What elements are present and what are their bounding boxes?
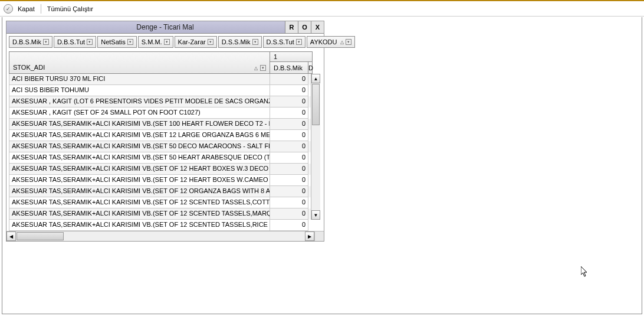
funnel-icon[interactable]: ▾ <box>346 39 351 45</box>
table-row[interactable]: AKSESUAR , KAGIT (LOT 6 PRESENTOIRS VIDE… <box>9 96 311 107</box>
header-group-1[interactable]: 1 <box>270 51 313 62</box>
funnel-icon[interactable]: ▾ <box>127 39 133 45</box>
table-row[interactable]: AKSESUAR TAS,SERAMIK+ALCI KARISIMI VB.(S… <box>9 209 311 220</box>
table-row[interactable]: AKSESUAR TAS,SERAMIK+ALCI KARISIMI VB.(S… <box>9 220 311 231</box>
cell-dbsmik: 0 <box>270 96 308 107</box>
run-all-button[interactable]: Tümünü Çalıştır <box>45 5 96 12</box>
main-area: Denge - Ticari Mal R O X D.B.S.Mik▾ D.B.… <box>2 17 642 314</box>
col-smm[interactable]: S.M.M.▾ <box>138 36 173 48</box>
close-icon[interactable]: ✓ <box>4 4 13 14</box>
col-dsstut[interactable]: D.S.S.Tut▾ <box>263 36 305 48</box>
header-stok-adi[interactable]: STOK_ADI △▾ <box>9 51 270 74</box>
sort-asc-icon: △ <box>340 40 344 45</box>
cell-dbsmik: 0 <box>270 119 308 130</box>
pivot-panel: Denge - Ticari Mal R O X D.B.S.Mik▾ D.B.… <box>6 21 324 242</box>
col-dbstut[interactable]: D.B.S.Tut▾ <box>54 36 96 48</box>
cell-dbsmik: 0 <box>270 85 308 96</box>
cell-dbsmik: 0 <box>270 74 308 85</box>
secondary-header: STOK_ADI △▾ 1 D.B.S.Mik D <box>9 51 320 74</box>
panel-title: Denge - Ticari Mal <box>6 23 324 31</box>
cell-stok-adi: AKSESUAR TAS,SERAMIK+ALCI KARISIMI VB.(S… <box>9 186 270 197</box>
col-netsatis[interactable]: NetSatis▾ <box>97 36 137 48</box>
cell-dbsmik: 0 <box>270 107 308 119</box>
cell-stok-adi: AKSESUAR TAS,SERAMIK+ALCI KARISIMI VB.(S… <box>9 119 270 130</box>
cell-stok-adi: AKSESUAR TAS,SERAMIK+ALCI KARISIMI VB.(S… <box>9 164 270 175</box>
vertical-scrollbar[interactable]: ▲ ▼ <box>311 74 320 220</box>
col-dssmik[interactable]: D.S.S.Mik▾ <box>218 36 262 48</box>
scroll-corner <box>314 232 324 241</box>
scroll-right-icon[interactable]: ▶ <box>305 232 314 241</box>
table-row[interactable]: ACI BIBER TURSU 370 ML FICI0 <box>9 74 311 85</box>
col-karzarar[interactable]: Kar-Zarar▾ <box>175 36 217 48</box>
table-row[interactable]: AKSESUAR TAS,SERAMIK+ALCI KARISIMI VB.(S… <box>9 119 311 130</box>
close-button[interactable]: Kapat <box>15 5 37 12</box>
table-row[interactable]: AKSESUAR TAS,SERAMIK+ALCI KARISIMI VB.(S… <box>9 130 311 141</box>
funnel-icon[interactable]: ▾ <box>252 39 258 45</box>
funnel-icon[interactable]: ▾ <box>87 39 93 45</box>
sort-asc-icon: △ <box>254 66 258 71</box>
funnel-icon[interactable]: ▾ <box>296 39 302 45</box>
cell-dbsmik: 0 <box>270 141 308 152</box>
table-row[interactable]: AKSESUAR TAS,SERAMIK+ALCI KARISIMI VB.(S… <box>9 164 311 175</box>
scroll-thumb-v[interactable] <box>312 84 320 125</box>
funnel-icon[interactable]: ▾ <box>43 39 49 45</box>
horizontal-scrollbar[interactable]: ◀ ▶ <box>6 231 324 241</box>
col-aykodu[interactable]: AYKODU△▾ <box>307 36 355 48</box>
header-dbsmik[interactable]: D.B.S.Mik <box>270 62 308 74</box>
funnel-icon[interactable]: ▾ <box>164 39 170 45</box>
scroll-up-icon[interactable]: ▲ <box>311 74 320 83</box>
table-row[interactable]: AKSESUAR TAS,SERAMIK+ALCI KARISIMI VB.(S… <box>9 186 311 197</box>
panel-btn-o[interactable]: O <box>298 21 311 33</box>
funnel-icon[interactable]: ▾ <box>208 39 213 45</box>
cell-dbsmik: 0 <box>270 130 308 141</box>
scroll-left-icon[interactable]: ◀ <box>6 232 16 241</box>
funnel-icon[interactable]: ▾ <box>260 65 266 71</box>
cell-dbsmik: 0 <box>270 175 308 186</box>
table-row[interactable]: AKSESUAR TAS,SERAMIK+ALCI KARISIMI VB.(S… <box>9 141 311 152</box>
table-row[interactable]: AKSESUAR TAS,SERAMIK+ALCI KARISIMI VB.(S… <box>9 197 311 209</box>
cell-stok-adi: AKSESUAR , KAGIT (SET OF 24 SMALL POT ON… <box>9 107 270 119</box>
cell-dbsmik: 0 <box>270 186 308 197</box>
cell-dbsmik: 0 <box>270 164 308 175</box>
panel-titlebar: Denge - Ticari Mal R O X <box>6 21 324 34</box>
table-row[interactable]: AKSESUAR TAS,SERAMIK+ALCI KARISIMI VB.(S… <box>9 175 311 186</box>
scroll-down-icon[interactable]: ▼ <box>311 210 320 220</box>
table-row[interactable]: AKSESUAR , KAGIT (SET OF 24 SMALL POT ON… <box>9 107 311 119</box>
grid-body: ACI BIBER TURSU 370 ML FICI0ACI SUS BIBE… <box>6 74 320 231</box>
cell-stok-adi: ACI BIBER TURSU 370 ML FICI <box>9 74 270 85</box>
cell-stok-adi: AKSESUAR TAS,SERAMIK+ALCI KARISIMI VB.(S… <box>9 130 270 141</box>
scroll-thumb-h[interactable] <box>17 232 64 240</box>
cell-stok-adi: AKSESUAR TAS,SERAMIK+ALCI KARISIMI VB.(S… <box>9 197 270 209</box>
cell-dbsmik: 0 <box>270 197 308 209</box>
cell-stok-adi: AKSESUAR TAS,SERAMIK+ALCI KARISIMI VB.(S… <box>9 220 270 231</box>
cell-dbsmik: 0 <box>270 209 308 220</box>
cell-stok-adi: AKSESUAR , KAGIT (LOT 6 PRESENTOIRS VIDE… <box>9 96 270 107</box>
table-row[interactable]: ACI SUS BIBER TOHUMU0 <box>9 85 311 96</box>
panel-btn-r[interactable]: R <box>285 21 298 33</box>
panel-btn-x[interactable]: X <box>311 21 324 33</box>
toolbar: ✓ Kapat Tümünü Çalıştır <box>0 1 644 17</box>
col-dbsmik[interactable]: D.B.S.Mik▾ <box>9 36 52 48</box>
table-row[interactable]: AKSESUAR TAS,SERAMIK+ALCI KARISIMI VB.(S… <box>9 152 311 164</box>
cell-dbsmik: 0 <box>270 220 308 231</box>
header-d-partial[interactable]: D <box>308 62 313 74</box>
cell-stok-adi: AKSESUAR TAS,SERAMIK+ALCI KARISIMI VB.(S… <box>9 152 270 164</box>
cell-stok-adi: AKSESUAR TAS,SERAMIK+ALCI KARISIMI VB.(S… <box>9 175 270 186</box>
column-chips-row: D.B.S.Mik▾ D.B.S.Tut▾ NetSatis▾ S.M.M.▾ … <box>6 34 324 48</box>
cell-stok-adi: AKSESUAR TAS,SERAMIK+ALCI KARISIMI VB.(S… <box>9 209 270 220</box>
cell-stok-adi: ACI SUS BIBER TOHUMU <box>9 85 270 96</box>
cell-dbsmik: 0 <box>270 152 308 164</box>
cell-stok-adi: AKSESUAR TAS,SERAMIK+ALCI KARISIMI VB.(S… <box>9 141 270 152</box>
